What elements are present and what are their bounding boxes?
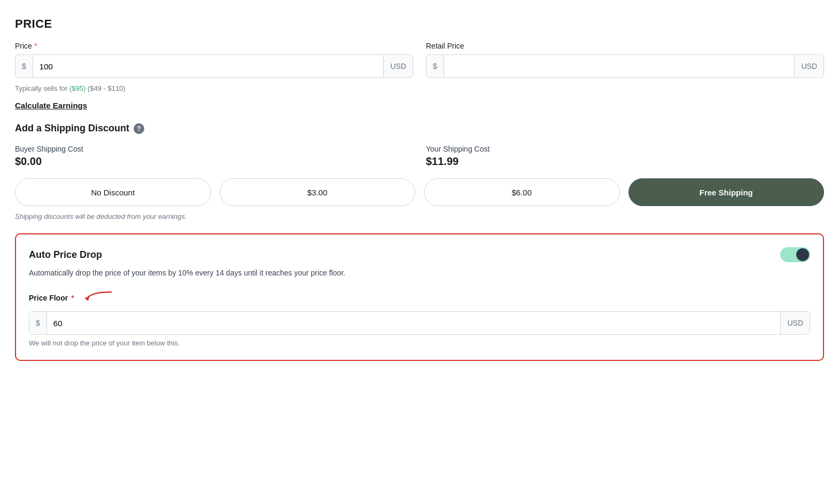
auto-price-drop-title: Auto Price Drop xyxy=(29,249,102,261)
price-prefix: $ xyxy=(15,55,33,77)
price-hint: Typically sells for ($95) ($49 - $110) xyxy=(15,84,824,92)
your-shipping-cost-label: Your Shipping Cost xyxy=(426,145,824,153)
price-field-container: Price * $ USD xyxy=(15,42,413,78)
price-floor-input[interactable] xyxy=(47,312,781,334)
price-floor-hint: We will not drop the price of your item … xyxy=(29,339,810,347)
buyer-shipping-cost-label: Buyer Shipping Cost xyxy=(15,145,413,153)
shipping-costs-row: Buyer Shipping Cost $0.00 Your Shipping … xyxy=(15,145,824,168)
discount-btn-2[interactable]: $6.00 xyxy=(424,178,620,206)
auto-price-drop-toggle[interactable] xyxy=(780,247,810,262)
toggle-thumb xyxy=(796,248,809,261)
retail-price-label: Retail Price xyxy=(426,42,824,50)
your-shipping-cost-block: Your Shipping Cost $11.99 xyxy=(426,145,824,168)
buyer-shipping-cost-block: Buyer Shipping Cost $0.00 xyxy=(15,145,413,168)
price-input[interactable] xyxy=(33,55,384,77)
auto-price-drop-box: Auto Price Drop Automatically drop the p… xyxy=(15,233,824,361)
discount-btn-1[interactable]: $3.00 xyxy=(220,178,416,206)
price-required-star: * xyxy=(34,42,37,50)
arrow-icon xyxy=(82,289,114,306)
shipping-note: Shipping discounts will be deducted from… xyxy=(15,212,824,220)
retail-price-suffix: USD xyxy=(794,55,824,77)
auto-price-drop-description: Automatically drop the price of your ite… xyxy=(29,267,810,279)
price-input-wrapper: $ USD xyxy=(15,54,413,78)
price-floor-prefix: $ xyxy=(29,312,47,334)
your-shipping-cost-value: $11.99 xyxy=(426,155,824,168)
discount-btn-0[interactable]: No Discount xyxy=(15,178,211,206)
retail-price-input[interactable] xyxy=(444,55,795,77)
toggle-track xyxy=(780,247,810,262)
discount-buttons-row: No Discount$3.00$6.00Free Shipping xyxy=(15,178,824,206)
discount-btn-3[interactable]: Free Shipping xyxy=(628,178,825,206)
retail-price-input-wrapper: $ USD xyxy=(426,54,824,78)
auto-price-drop-header: Auto Price Drop xyxy=(29,247,810,262)
price-floor-label-row: Price Floor * xyxy=(29,289,810,306)
price-suffix: USD xyxy=(383,55,413,77)
price-label: Price * xyxy=(15,42,413,50)
shipping-section-title: Add a Shipping Discount ? xyxy=(15,123,824,134)
svg-marker-0 xyxy=(84,297,89,301)
page-title: PRICE xyxy=(15,17,824,31)
price-row: Price * $ USD Retail Price $ USD xyxy=(15,42,824,78)
price-floor-required-star: * xyxy=(71,294,74,302)
calculate-earnings-link[interactable]: Calculate Earnings xyxy=(15,101,87,110)
buyer-shipping-cost-value: $0.00 xyxy=(15,155,413,168)
help-icon[interactable]: ? xyxy=(134,123,144,134)
retail-price-field-container: Retail Price $ USD xyxy=(426,42,824,78)
retail-price-prefix: $ xyxy=(426,55,444,77)
price-floor-suffix: USD xyxy=(780,312,810,334)
price-floor-input-wrapper: $ USD xyxy=(29,311,810,335)
